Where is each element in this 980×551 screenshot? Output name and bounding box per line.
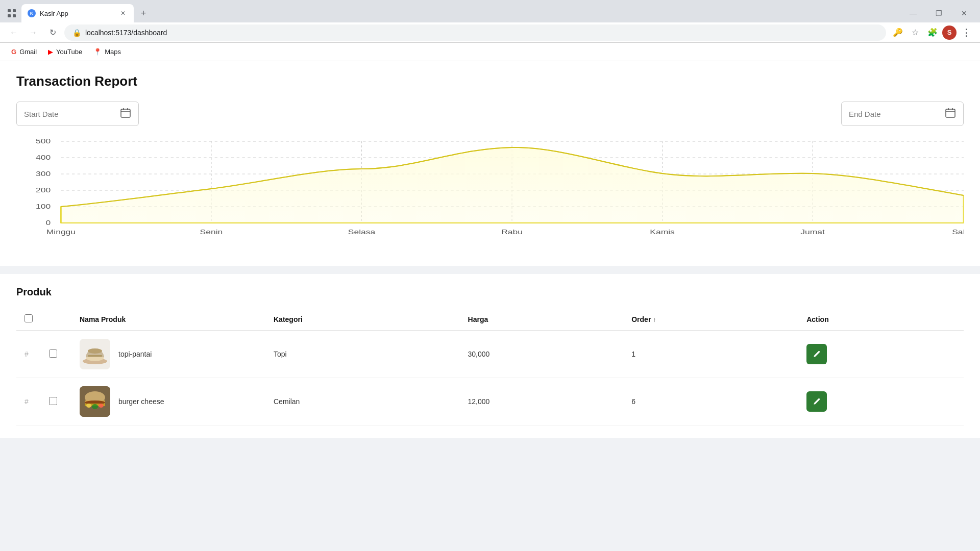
svg-rect-1 [13, 9, 16, 12]
svg-text:Jumat: Jumat [800, 228, 825, 235]
minimize-button[interactable]: — [901, 5, 925, 21]
address-bar: ← → ↻ 🔒 localhost:5173/dashboard 🔑 ☆ 🧩 S… [0, 22, 980, 43]
th-checkbox [16, 308, 41, 331]
bookmark-gmail[interactable]: G Gmail [6, 46, 42, 58]
svg-point-46 [92, 404, 98, 409]
key-icon[interactable]: 🔑 [890, 25, 905, 40]
back-button[interactable]: ← [6, 25, 21, 40]
select-all-checkbox[interactable] [24, 314, 33, 322]
svg-text:Rabu: Rabu [501, 228, 523, 235]
transaction-chart: 500 400 300 200 100 0 [16, 136, 964, 238]
svg-rect-0 [8, 9, 11, 12]
svg-text:Senin: Senin [200, 228, 223, 235]
action-cell [798, 378, 964, 425]
product-name-text: burger cheese [118, 397, 164, 406]
svg-text:100: 100 [36, 203, 51, 210]
start-date-input[interactable]: Start Date [16, 102, 139, 126]
svg-text:Selasa: Selasa [348, 228, 376, 235]
end-date-input[interactable]: End Date [841, 102, 964, 126]
svg-rect-3 [13, 14, 16, 17]
svg-rect-39 [88, 355, 102, 357]
maps-icon: 📍 [93, 48, 102, 56]
tab-grid-button[interactable] [4, 6, 19, 21]
th-nama-produk: Nama Produk [71, 308, 265, 331]
th-empty [41, 308, 71, 331]
tab-bar: K Kasir App ✕ + — ❐ ✕ [0, 0, 980, 22]
window-controls: — ❐ ✕ [901, 5, 976, 21]
page-title: Transaction Report [16, 73, 964, 89]
svg-point-47 [99, 404, 104, 408]
svg-text:500: 500 [36, 137, 51, 144]
edit-button[interactable] [806, 391, 827, 412]
product-image [80, 339, 110, 369]
start-date-calendar-icon [120, 107, 131, 121]
extension-button[interactable]: 🧩 [925, 25, 940, 40]
bookmark-youtube[interactable]: ▶ YouTube [43, 46, 87, 58]
th-kategori: Kategori [265, 308, 460, 331]
refresh-button[interactable]: ↻ [45, 25, 60, 40]
table-row: # burger cheeseCemilan12,0006 [16, 378, 964, 425]
th-order: Order ↑ [623, 308, 798, 331]
youtube-label: YouTube [56, 48, 82, 56]
product-image [80, 386, 110, 417]
tab-close-button[interactable]: ✕ [118, 9, 128, 18]
section-title: Produk [16, 286, 964, 298]
tab-favicon: K [28, 9, 36, 17]
svg-point-45 [86, 404, 91, 408]
date-filter-row: Start Date End Date [16, 102, 964, 126]
url-bar[interactable]: 🔒 localhost:5173/dashboard [64, 24, 886, 41]
url-text: localhost:5173/dashboard [85, 29, 167, 37]
row-checkbox-cell [41, 331, 71, 378]
product-table-section: Produk Nama Produk Kategori Harga Order … [0, 274, 980, 438]
harga-cell: 30,000 [460, 331, 624, 378]
svg-text:200: 200 [36, 186, 51, 193]
action-cell [798, 331, 964, 378]
restore-button[interactable]: ❐ [927, 5, 950, 21]
tab-title: Kasir App [40, 10, 68, 17]
more-button[interactable]: ⋮ [959, 25, 974, 40]
forward-button[interactable]: → [26, 25, 41, 40]
end-date-label: End Date [849, 110, 881, 118]
address-actions: 🔑 ☆ 🧩 S ⋮ [890, 25, 974, 40]
kategori-cell: Topi [265, 331, 460, 378]
bookmark-maps[interactable]: 📍 Maps [88, 46, 126, 58]
th-harga: Harga [460, 308, 624, 331]
product-name-cell: topi-pantai [71, 331, 265, 378]
active-tab[interactable]: K Kasir App ✕ [21, 4, 134, 22]
hash-cell: # [16, 378, 41, 425]
profile-button[interactable]: S [942, 26, 957, 40]
svg-text:Minggu: Minggu [46, 228, 76, 235]
svg-text:300: 300 [36, 170, 51, 177]
row-checkbox-cell [41, 378, 71, 425]
svg-text:400: 400 [36, 154, 51, 161]
row-checkbox[interactable] [49, 349, 57, 358]
start-date-label: Start Date [24, 110, 59, 118]
svg-rect-4 [121, 109, 130, 117]
harga-cell: 12,000 [460, 378, 624, 425]
table-row: # topi-pantaiTopi30,0001 [16, 331, 964, 378]
close-button[interactable]: ✕ [952, 5, 976, 21]
product-name-cell: burger cheese [71, 378, 265, 425]
bookmarks-bar: G Gmail ▶ YouTube 📍 Maps [0, 43, 980, 61]
chart-container: 500 400 300 200 100 0 [16, 136, 964, 254]
svg-text:Kamis: Kamis [650, 228, 675, 235]
end-date-calendar-icon [945, 107, 956, 121]
star-button[interactable]: ☆ [908, 25, 923, 40]
svg-text:Sabtu: Sabtu [952, 228, 964, 235]
th-action: Action [798, 308, 964, 331]
svg-text:0: 0 [46, 219, 51, 226]
page-content: Transaction Report Start Date End Date [0, 61, 980, 551]
table-header-row: Nama Produk Kategori Harga Order ↑ Actio… [16, 308, 964, 331]
youtube-icon: ▶ [48, 48, 53, 56]
maps-label: Maps [105, 48, 121, 56]
transaction-report-panel: Transaction Report Start Date End Date [0, 61, 980, 266]
new-tab-button[interactable]: + [136, 6, 151, 21]
browser-chrome: K Kasir App ✕ + — ❐ ✕ ← → ↻ 🔒 localhost:… [0, 0, 980, 61]
row-checkbox[interactable] [49, 397, 57, 405]
sort-arrow-icon[interactable]: ↑ [653, 316, 656, 323]
order-cell: 6 [623, 378, 798, 425]
product-table: Nama Produk Kategori Harga Order ↑ Actio… [16, 308, 964, 425]
product-name-text: topi-pantai [118, 350, 152, 358]
edit-button[interactable] [806, 344, 827, 364]
gmail-label: Gmail [19, 48, 37, 56]
